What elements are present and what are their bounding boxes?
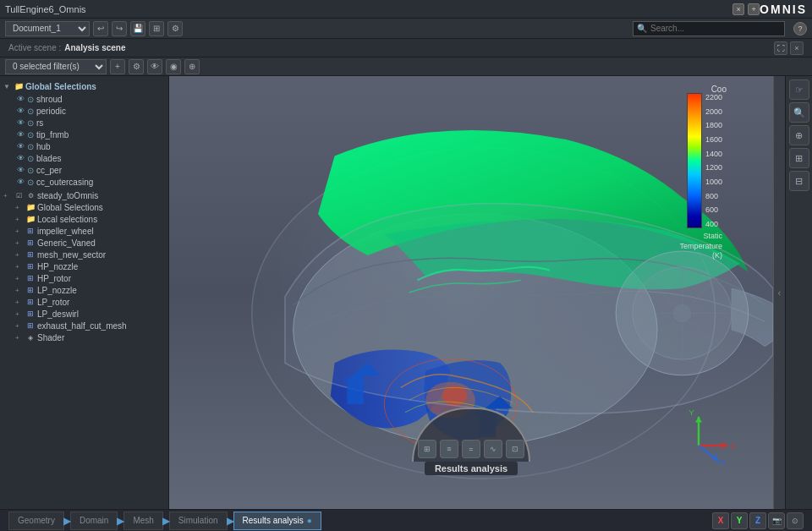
filter-select[interactable]: 0 selected filter(s) (5, 59, 107, 74)
legend-value-400: 400 (705, 220, 722, 228)
workflow-step-geometry[interactable]: Geometry (8, 512, 64, 530)
save-button[interactable]: 💾 (130, 21, 145, 36)
render-button[interactable]: ⊙ (787, 512, 804, 529)
tree-sidebar: ▼ 📁 Global Selections 👁 ⊙ shroud 👁 ⊙ per… (0, 76, 169, 509)
right-toolbar: ☞ 🔍 ⊕ ⊞ ⊟ (785, 76, 812, 509)
list-item[interactable]: + ⊞ HP_nozzle (12, 260, 168, 272)
camera-button[interactable]: 📷 (768, 512, 785, 529)
shader-icon: ◈ (25, 332, 36, 342)
list-item[interactable]: + ⊞ LP_rotor (12, 296, 168, 308)
filter-extra-button[interactable]: ⊕ (184, 59, 200, 74)
active-scene-name: Analysis scene (64, 43, 125, 52)
list-item[interactable]: + ⊞ impeller_wheel (12, 225, 168, 237)
expand-icon: + (15, 227, 24, 235)
folder-icon: 📁 (25, 202, 36, 212)
wheel-button-5[interactable]: ⊡ (506, 440, 524, 458)
tree-item-label: Generic_Vaned (37, 238, 96, 248)
list-item[interactable]: + ◈ Shader (12, 331, 168, 343)
gear-icon: ⚙ (25, 190, 36, 200)
legend-value-1600: 1600 (705, 135, 722, 144)
list-item[interactable]: 👁 ⊙ tip_fnmb (12, 129, 168, 140)
close-button[interactable]: × (732, 3, 744, 15)
document-select[interactable]: Document_1 (5, 21, 90, 36)
legend-value-1000: 1000 (705, 178, 722, 186)
tree-item-icon: ⊙ (27, 166, 34, 175)
active-scene-label: Active scene : (8, 43, 61, 52)
tree-item-label: shroud (36, 95, 63, 104)
scene-bar: Active scene : Analysis scene ⛶ × (0, 39, 812, 57)
tree-root-global[interactable]: ▼ 📁 Global Selections (0, 79, 168, 93)
settings-button[interactable]: ⚙ (167, 21, 183, 36)
layers-button[interactable]: ⊟ (789, 171, 809, 191)
z-axis-button[interactable]: Z (749, 512, 766, 529)
y-axis-button[interactable]: Y (731, 512, 748, 529)
undo-button[interactable]: ↩ (93, 21, 108, 36)
list-item[interactable]: + ☑ ⚙ steady_toOmnis (0, 189, 168, 201)
legend-value-1400: 1400 (705, 150, 722, 158)
tree-item-label: blades (36, 154, 61, 163)
viewport[interactable]: X Y Z 2200 2000 1800 1600 1400 1200 (169, 76, 773, 509)
tree-item-label: LP_deswirl (37, 309, 79, 319)
filter-settings-button[interactable]: ⚙ (129, 59, 144, 74)
list-item[interactable]: 👁 ⊙ shroud (12, 93, 168, 105)
list-item[interactable]: 👁 ⊙ cc_outercasing (12, 176, 168, 188)
workflow-step-mesh[interactable]: Mesh (123, 512, 162, 530)
eye-icon: 👁 (15, 177, 25, 187)
list-item[interactable]: + 📁 Local selections (12, 213, 168, 225)
list-item[interactable]: + ⊞ LP_nozzle (12, 284, 168, 296)
tree-root-label: Global Selections (25, 82, 96, 91)
layout-button[interactable]: ⊞ (149, 21, 164, 36)
main-area: ▼ 📁 Global Selections 👁 ⊙ shroud 👁 ⊙ per… (0, 76, 812, 509)
filter-eye-button[interactable]: ◉ (166, 59, 181, 74)
legend-value-2000: 2000 (705, 107, 722, 116)
add-tab-button[interactable]: + (748, 3, 760, 15)
list-item[interactable]: 👁 ⊙ periodic (12, 105, 168, 117)
tree-item-label: HP_nozzle (37, 262, 78, 271)
help-button[interactable]: ? (793, 22, 807, 36)
mesh-icon: ⊞ (25, 285, 36, 295)
tree-item-label: Global Selections (37, 203, 103, 212)
workflow-step-results[interactable]: Results analysis ● (233, 512, 321, 530)
expand-icon: + (15, 334, 24, 342)
list-item[interactable]: + ⊞ exhaust_half_cut_mesh (12, 320, 168, 331)
workflow-step-simulation[interactable]: Simulation (169, 512, 228, 530)
scene-close-button[interactable]: × (790, 41, 804, 55)
mesh-icon: ⊞ (25, 309, 36, 319)
filter-add-button[interactable]: + (110, 59, 125, 74)
expand-icon: + (15, 298, 24, 306)
expand-icon: ▼ (3, 83, 12, 90)
wheel-button-1[interactable]: ⊞ (418, 440, 436, 458)
workflow-arrow-4: ▶ (227, 515, 234, 527)
workflow-bar: Geometry ▶ Domain ▶ Mesh ▶ Simulation ▶ … (0, 509, 812, 531)
list-item[interactable]: + ⊞ HP_rotor (12, 272, 168, 284)
redo-button[interactable]: ↪ (112, 21, 127, 36)
list-item[interactable]: 👁 ⊙ cc_per (12, 164, 168, 176)
list-item[interactable]: + ⊞ Generic_Vaned (12, 237, 168, 249)
grid-button[interactable]: ⊞ (789, 148, 809, 168)
workflow-step-domain[interactable]: Domain (70, 512, 118, 530)
scene-expand-button[interactable]: ⛶ (774, 41, 787, 55)
list-item[interactable]: + ⊞ mesh_new_sector (12, 249, 168, 260)
mesh-icon: ⊞ (25, 238, 36, 248)
list-item[interactable]: + 📁 Global Selections (12, 201, 168, 213)
svg-marker-19 (713, 454, 720, 463)
tree-item-label: cc_per (36, 166, 62, 175)
results-label-bottom: Results analysis (243, 516, 304, 525)
list-item[interactable]: 👁 ⊙ blades (12, 152, 168, 164)
zoom-in-button[interactable]: ⊕ (789, 125, 809, 145)
wheel-button-3[interactable]: = (462, 440, 480, 458)
folder-icon: 📁 (25, 214, 36, 224)
x-axis-button[interactable]: X (712, 512, 729, 529)
mesh-icon: ⊞ (25, 249, 36, 260)
list-item[interactable]: 👁 ⊙ hub (12, 140, 168, 152)
wheel-button-2[interactable]: ≡ (440, 440, 458, 458)
filter-view-button[interactable]: 👁 (147, 59, 162, 74)
search-input[interactable] (650, 24, 781, 33)
hand-tool-button[interactable]: ☞ (789, 79, 809, 100)
list-item[interactable]: 👁 ⊙ rs (12, 117, 168, 129)
zoom-button[interactable]: 🔍 (789, 102, 809, 123)
list-item[interactable]: + ⊞ LP_deswirl (12, 308, 168, 320)
right-panel-collapse[interactable]: ‹ (773, 76, 785, 509)
wheel-button-4[interactable]: ∿ (484, 440, 502, 458)
legend-value-800: 800 (705, 192, 722, 200)
